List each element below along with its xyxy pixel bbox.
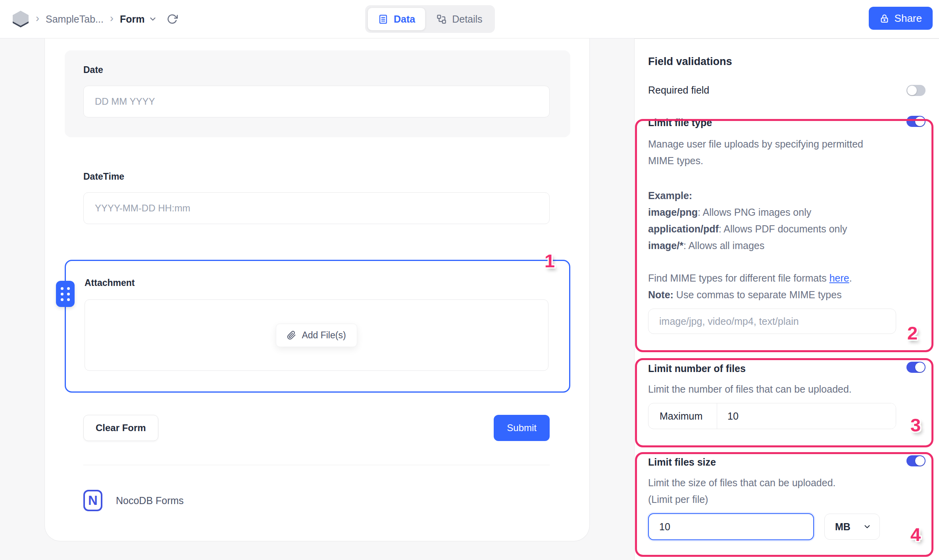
paperclip-icon [287,331,296,340]
limit-number-description: Limit the number of files that can be up… [648,381,878,397]
share-button[interactable]: Share [869,7,933,30]
add-files-label: Add File(s) [302,330,346,341]
find-text: Find MIME types for different file forma… [648,272,829,284]
field-block-datetime[interactable]: DateTime [65,157,570,244]
top-bar: › SampleTab... › Form Data Details [0,0,939,38]
breadcrumb-separator: › [36,13,39,25]
attachment-drop-area[interactable]: Add File(s) [85,299,548,371]
limit-size-line2: (Limit per file) [648,491,902,508]
size-unit-value: MB [835,521,850,533]
drag-handle[interactable] [56,281,75,307]
note-text: Use commas to separate MIME types [673,289,842,300]
view-mode-tabs: Data Details [365,5,495,33]
limit-size-line1: Limit the size of files that can be uplo… [648,474,902,491]
mime-code: image/* [648,240,683,251]
mime-types-input[interactable] [648,309,896,334]
field-label-attachment: Attachment [85,278,548,288]
share-label: Share [895,12,922,25]
chevron-down-icon [863,522,872,531]
mime-examples: Example: image/png: Allows PNG images on… [648,187,926,254]
field-block-attachment[interactable]: Attachment Add File(s) [65,260,570,393]
branding-label: NocoDB Forms [116,495,184,506]
datetime-input[interactable] [83,192,550,224]
required-field-row: Required field [648,84,926,96]
tab-details-label: Details [452,13,482,25]
schema-hierarchy-icon [436,14,447,25]
limit-size-toggle[interactable] [906,455,926,466]
mime-help: Find MIME types for different file forma… [648,270,926,303]
limit-file-type-toggle[interactable] [906,116,926,127]
mime-desc: : Allows PDF documents only [719,223,847,234]
breadcrumb-separator: › [110,13,114,25]
field-block-date[interactable]: Date [65,50,570,137]
submit-button[interactable]: Submit [494,415,550,441]
mime-code: image/png [648,207,698,218]
limit-size-description: Limit the size of files that can be uplo… [648,474,902,508]
limit-file-type-description: Manage user file uploads by specifying p… [648,136,878,169]
mime-code: application/pdf [648,223,719,234]
example-title: Example: [648,187,926,204]
breadcrumb-table[interactable]: SampleTab... [46,13,104,25]
field-label-datetime: DateTime [83,171,550,182]
field-settings-panel: Field validations Required field Limit f… [634,38,939,560]
nocodb-logo-icon: N [83,490,102,511]
limit-number-section: Limit number of files Limit the number o… [648,362,926,429]
chevron-down-icon[interactable] [148,15,157,23]
clear-form-button[interactable]: Clear Form [83,415,158,441]
find-suffix: . [849,272,852,284]
tab-details[interactable]: Details [426,8,492,31]
size-unit-select[interactable]: MB [824,514,880,540]
find-mime-line: Find MIME types for different file forma… [648,270,926,286]
note-line: Note: Use commas to separate MIME types [648,286,926,303]
maximum-prefix: Maximum [648,403,717,429]
max-files-group: Maximum [648,403,896,429]
add-files-button[interactable]: Add File(s) [276,324,357,347]
mime-desc: : Allows PNG images only [698,207,811,218]
form-canvas: Date DateTime Attachment Add File(s) [44,38,590,541]
tab-data[interactable]: Data [368,8,425,31]
limit-size-label: Limit files size [648,455,716,469]
panel-title: Field validations [648,56,926,68]
breadcrumb: › SampleTab... › Form [12,0,178,38]
limit-file-type-section: Limit file type Manage user file uploads… [648,116,926,334]
max-size-input[interactable] [648,513,814,540]
view-name: Form [120,13,145,25]
required-field-label: Required field [648,84,709,96]
note-label: Note: [648,289,673,300]
limit-number-toggle[interactable] [906,362,926,373]
max-files-input[interactable] [717,403,896,429]
field-label-date: Date [83,65,550,75]
limit-number-label: Limit number of files [648,362,746,375]
example-line: image/png: Allows PNG images only [648,204,926,221]
refresh-icon[interactable] [167,13,178,25]
divider [83,465,550,465]
breadcrumb-view[interactable]: Form [120,13,158,25]
example-line: application/pdf: Allows PDF documents on… [648,221,926,237]
mime-types-link[interactable]: here [829,272,849,284]
limit-size-section: Limit files size Limit the size of files… [648,455,926,540]
date-input[interactable] [83,86,550,117]
limit-file-type-label: Limit file type [648,116,712,129]
example-line: image/*: Allows all images [648,237,926,254]
required-field-toggle[interactable] [906,85,926,96]
lock-icon [879,13,889,23]
mime-desc: : Allows all images [683,240,764,251]
branding: N NocoDB Forms [83,490,570,511]
tab-data-label: Data [394,13,415,25]
app-logo-icon[interactable] [12,10,29,28]
data-sheet-icon [378,14,389,25]
drag-dots-icon [61,287,70,301]
